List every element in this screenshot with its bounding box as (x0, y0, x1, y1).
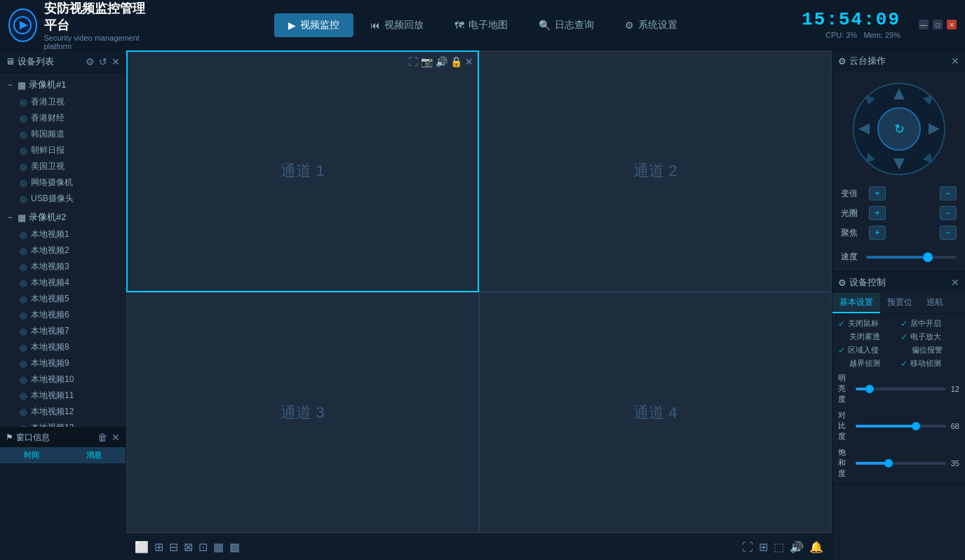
channel-4-label: 通道 4 (633, 402, 677, 423)
recorder-2-header[interactable]: － ▦ 录像机#2 (0, 208, 126, 226)
camera-icon: ◎ (20, 294, 27, 304)
camera-item[interactable]: ◎本地视频11 (0, 388, 126, 404)
minimize-button[interactable]: — (919, 20, 929, 29)
camera-item[interactable]: ◎朝鲜日报 (0, 142, 126, 158)
camera-item[interactable]: ◎本地视频12 (0, 404, 126, 420)
header: 安防视频监控管理平台 Security video management pla… (0, 0, 965, 50)
lock-icon[interactable]: 🔒 (450, 56, 462, 67)
refresh-icon[interactable]: ↺ (99, 56, 107, 67)
settings-icon[interactable]: ⚙ (86, 56, 95, 67)
fullscreen-icon[interactable]: ⛶ (408, 56, 418, 67)
brightness-slider[interactable] (856, 388, 946, 390)
camera-item[interactable]: ◎本地视频8 (0, 339, 126, 355)
contrast-label: 对比度 (838, 410, 851, 442)
camera-item[interactable]: ◎本地视频6 (0, 307, 126, 323)
map-icon: 🗺 (454, 20, 464, 31)
camera-item[interactable]: ◎本地视频5 (0, 291, 126, 307)
camera-item[interactable]: ◎香港卫视 (0, 94, 126, 110)
option-4-label: 电子放大 (910, 332, 941, 342)
zoom-minus-btn[interactable]: − (940, 186, 957, 200)
iris-plus-btn[interactable]: + (869, 206, 886, 220)
camera-item[interactable]: ◎本地视频1 (0, 226, 126, 243)
aspect-ratio-icon[interactable]: ⬚ (774, 540, 784, 554)
focus-minus-btn[interactable]: − (940, 226, 957, 240)
volume-icon[interactable]: 🔊 (790, 540, 804, 554)
camera-item[interactable]: ◎本地视频4 (0, 275, 126, 291)
iris-minus-btn[interactable]: − (940, 206, 957, 220)
log-icon: 🔍 (539, 20, 551, 31)
layout-2x2-btn[interactable]: ⊞ (154, 540, 163, 554)
recorder-icon-1: ▦ (18, 80, 26, 90)
checkmark-4-icon: ✓ (900, 332, 907, 342)
camera-item[interactable]: ◎韩国频道 (0, 126, 126, 142)
ptz-close-btn[interactable]: ✕ (951, 55, 959, 67)
video-cell-1[interactable]: 通道 1 ⛶ 📷 🔊 🔒 ✕ (126, 50, 479, 292)
saturation-slider[interactable] (856, 462, 946, 465)
contrast-row: 对比度 68 (838, 409, 959, 443)
tab-basic-settings[interactable]: 基本设置 (832, 293, 880, 313)
layout-3x3-btn[interactable]: ⊟ (169, 540, 178, 554)
video-cell-2[interactable]: 通道 2 (479, 50, 832, 292)
camera-item[interactable]: ◎本地视频3 (0, 259, 126, 275)
video-grid: 通道 1 ⛶ 📷 🔊 🔒 ✕ 通道 2 通道 3 通道 4 (126, 50, 832, 533)
snapshot-icon[interactable]: 📷 (421, 56, 433, 67)
saturation-row: 饱和度 35 (838, 446, 959, 480)
header-right: 15:54:09 CPU: 3% Mem: 29% — □ ✕ (816, 9, 957, 41)
tab-map[interactable]: 🗺 电子地图 (440, 13, 522, 37)
camera-item[interactable]: ◎本地视频9 (0, 355, 126, 371)
contrast-value: 68 (950, 422, 959, 430)
alert-icon: ⚑ (6, 432, 13, 442)
device-control-close-btn[interactable]: ✕ (951, 277, 959, 288)
clear-info-icon[interactable]: 🗑 (97, 432, 107, 443)
layout-custom3-btn[interactable]: ▦ (213, 540, 224, 554)
camera-item[interactable]: ◎本地视频2 (0, 243, 126, 259)
focus-plus-btn[interactable]: + (869, 226, 886, 240)
video-cell-3[interactable]: 通道 3 (126, 292, 479, 534)
contrast-slider[interactable] (856, 425, 946, 428)
focus-label: 聚焦 (841, 227, 866, 239)
tab-monitor[interactable]: ▶ 视频监控 (274, 13, 353, 37)
device-icon: ⚙ (838, 278, 846, 288)
svg-marker-1 (20, 21, 28, 29)
video-cell-4[interactable]: 通道 4 (479, 292, 832, 534)
maximize-button[interactable]: □ (933, 20, 943, 29)
tab-log-label: 日志查询 (555, 19, 594, 32)
layout-1x1-btn[interactable]: ⬜ (135, 540, 149, 554)
tab-preset[interactable]: 预置位 (880, 293, 919, 313)
tab-playback[interactable]: ⏮ 视频回放 (356, 13, 438, 37)
device-tree: － ▦ 录像机#1 ◎香港卫视 ◎香港财经 ◎韩国频道 ◎朝鲜日报 ◎美国卫视 … (0, 73, 126, 427)
close-sidebar-icon[interactable]: ✕ (112, 56, 120, 67)
camera-item[interactable]: ◎本地视频10 (0, 371, 126, 388)
camera-item[interactable]: ◎香港财经 (0, 110, 126, 126)
camera-item[interactable]: ◎本地视频7 (0, 323, 126, 339)
grid-view-icon[interactable]: ⊞ (759, 540, 768, 554)
resize-icon[interactable]: ⛶ (742, 541, 753, 554)
camera-item[interactable]: ◎本地视频13 (0, 420, 126, 427)
tab-settings[interactable]: ⚙ 系统设置 (611, 13, 691, 37)
close-info-icon[interactable]: ✕ (112, 432, 120, 443)
camera-item[interactable]: ◎网络摄像机 (0, 175, 126, 191)
layout-custom2-btn[interactable]: ⊡ (198, 540, 208, 554)
close-cell-icon[interactable]: ✕ (465, 56, 473, 67)
zoom-label: 变倍 (841, 188, 866, 200)
sidebar-header: 🖥 设备列表 ⚙ ↺ ✕ (0, 50, 126, 73)
alarm-icon[interactable]: 🔔 (809, 540, 823, 554)
layout-custom1-btn[interactable]: ⊠ (184, 540, 193, 554)
zoom-plus-btn[interactable]: + (869, 186, 886, 200)
svg-text:↻: ↻ (893, 122, 904, 136)
layout-custom4-btn[interactable]: ▩ (229, 540, 240, 554)
recorder-1-header[interactable]: － ▦ 录像机#1 (0, 76, 126, 94)
speed-slider[interactable] (866, 256, 957, 259)
channel-2-label: 通道 2 (633, 161, 677, 182)
video-toolbar: ⬜ ⊞ ⊟ ⊠ ⊡ ▦ ▩ ⛶ ⊞ ⬚ 🔊 🔔 (126, 533, 832, 560)
option-close-mouse: ✓ 关闭鼠标 (838, 318, 898, 329)
audio-icon[interactable]: 🔊 (436, 56, 447, 67)
camera-item[interactable]: ◎美国卫视 (0, 158, 126, 175)
tab-patrol[interactable]: 巡航 (919, 293, 950, 313)
camera-item[interactable]: ◎USB摄像头 (0, 191, 126, 207)
ptz-wheel[interactable]: ↻ (850, 80, 948, 178)
close-button[interactable]: ✕ (947, 20, 957, 29)
tab-log[interactable]: 🔍 日志查询 (525, 13, 608, 37)
sidebar-title: 🖥 设备列表 (6, 55, 86, 68)
table-row (0, 469, 126, 474)
